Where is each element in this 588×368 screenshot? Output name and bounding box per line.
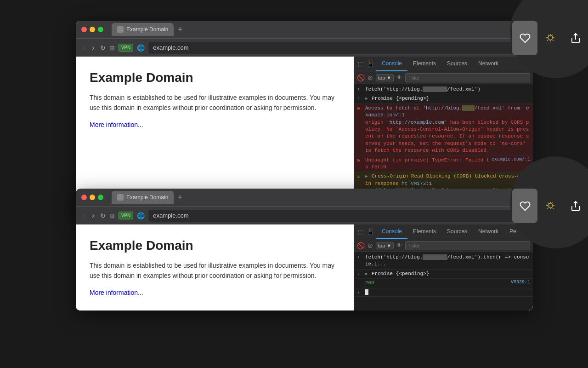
context-select-1[interactable]: top ▼ xyxy=(376,74,394,81)
heart-button-2[interactable] xyxy=(512,189,537,223)
console-line: ‹ ► Promise {<pending>} xyxy=(354,94,533,104)
traffic-lights-2 xyxy=(81,195,103,200)
more-info-link-2[interactable]: More information... xyxy=(90,289,143,296)
bug-icon-1 xyxy=(545,33,556,44)
filter-icon-2[interactable]: ⊘ xyxy=(368,242,373,249)
heart-icon-1 xyxy=(520,33,531,44)
browser-window-2: Example Domain + ‹ › ↻ ⊞ VPN 🌐 example.c… xyxy=(76,189,533,310)
page-content-2: Example Domain This domain is establishe… xyxy=(76,224,354,310)
devtools-icons-2: ⬚ 📱 xyxy=(356,228,376,236)
svg-text:C: C xyxy=(549,204,552,207)
tab-network-2[interactable]: Network xyxy=(473,224,504,239)
console-line-error: ⊗ Access to fetch at 'http://blog.████/f… xyxy=(354,104,533,156)
console-line-200: 200 VM339:1 xyxy=(354,279,533,288)
refresh-button-2[interactable]: ↻ xyxy=(100,212,106,219)
device-icon-1[interactable]: 📱 xyxy=(367,60,374,68)
forward-button-2[interactable]: › xyxy=(90,211,96,221)
bug-button-2[interactable]: C xyxy=(537,189,563,223)
maximize-button-1[interactable] xyxy=(98,27,103,32)
warning-icon: ⚠ xyxy=(357,173,363,179)
grid-button-1[interactable]: ⊞ xyxy=(109,44,115,52)
tab-favicon-1 xyxy=(117,26,124,33)
close-button-1[interactable] xyxy=(81,27,87,32)
console-text: fetch('http://blog.████████/feed.xml').t… xyxy=(365,254,530,268)
tab-network-1[interactable]: Network xyxy=(473,57,504,71)
grid-button-2[interactable]: ⊞ xyxy=(109,212,115,219)
devtools-icons-1: ⬚ 📱 xyxy=(356,60,376,68)
heart-button-1[interactable] xyxy=(512,21,537,55)
tab-2[interactable]: Example Domain xyxy=(112,191,174,204)
maximize-button-2[interactable] xyxy=(98,195,103,200)
page-title-1: Example Domain xyxy=(90,70,340,85)
toolbar-1: ‹ › ↻ ⊞ VPN 🌐 example.com xyxy=(76,38,533,57)
minimize-button-2[interactable] xyxy=(90,195,95,200)
page-body-1: This domain is established to be used fo… xyxy=(90,92,340,113)
console-output-2: › fetch('http://blog.████████/feed.xml')… xyxy=(354,252,533,310)
toolbar-2: ‹ › ↻ ⊞ VPN 🌐 example.com xyxy=(76,206,533,224)
svg-point-0 xyxy=(548,35,553,40)
console-text: ► Promise {<pending>} xyxy=(365,270,530,277)
cursor-2 xyxy=(365,289,368,295)
share-button-2[interactable] xyxy=(563,189,588,223)
filter-input-2[interactable] xyxy=(405,241,530,250)
close-button-2[interactable] xyxy=(81,195,87,200)
filter-input-1[interactable] xyxy=(405,73,530,82)
url-bar-1[interactable]: example.com xyxy=(148,42,528,54)
title-bar-2: Example Domain + xyxy=(76,189,533,206)
url-bar-2[interactable]: example.com xyxy=(148,210,528,222)
tab-sources-1[interactable]: Sources xyxy=(441,57,473,71)
filter-icon-1[interactable]: ⊘ xyxy=(368,74,373,81)
console-text-200: 200 xyxy=(365,280,492,287)
vpn-badge-2: VPN xyxy=(119,212,134,219)
refresh-button-1[interactable]: ↻ xyxy=(100,44,106,52)
browser-content-2: Example Domain This domain is establishe… xyxy=(76,224,533,310)
devtools-2: ⬚ 📱 Console Elements Sources Network Pe … xyxy=(354,224,533,310)
line-source-200[interactable]: VM339:1 xyxy=(493,280,530,285)
bug-button-1[interactable] xyxy=(537,21,563,55)
page-title-2: Example Domain xyxy=(90,238,340,253)
console-text-error: Uncaught (in promise) TypeError: Failed … xyxy=(365,157,490,171)
tab-title-2: Example Domain xyxy=(126,194,168,201)
tab-sources-2[interactable]: Sources xyxy=(441,224,473,239)
inspect-icon-1[interactable]: ⬚ xyxy=(358,60,364,68)
page-body-2: This domain is established to be used fo… xyxy=(90,260,340,281)
info-icon xyxy=(357,280,363,286)
prompt-icon: › xyxy=(357,254,363,260)
new-tab-button-1[interactable]: + xyxy=(175,25,184,34)
tab-console-1[interactable]: Console xyxy=(376,57,407,71)
more-info-link-1[interactable]: More information... xyxy=(90,121,143,128)
prompt-icon: › xyxy=(357,86,363,92)
share-button-1[interactable] xyxy=(563,21,588,55)
context-select-2[interactable]: top ▼ xyxy=(376,242,394,249)
eye-icon-1[interactable]: 👁 xyxy=(396,74,402,81)
new-tab-button-2[interactable]: + xyxy=(175,193,184,202)
error-icon: ⊗ xyxy=(357,105,363,111)
inspect-icon-2[interactable]: ⬚ xyxy=(358,228,364,236)
devtools-tabs-2: ⬚ 📱 Console Elements Sources Network Pe xyxy=(354,224,533,239)
clear-icon-2[interactable]: 🚫 xyxy=(357,242,365,249)
forward-button-1[interactable]: › xyxy=(90,43,96,53)
console-line: › fetch('http://blog.████████/feed.xml') xyxy=(354,85,533,94)
tab-elements-2[interactable]: Elements xyxy=(407,224,441,239)
tab-console-2[interactable]: Console xyxy=(376,224,407,239)
globe-icon-2: 🌐 xyxy=(137,212,145,219)
window2-actions: C xyxy=(512,189,588,223)
tab-elements-1[interactable]: Elements xyxy=(407,57,441,71)
minimize-button-1[interactable] xyxy=(90,27,95,32)
device-icon-2[interactable]: 📱 xyxy=(367,228,374,236)
line-source[interactable]: example.com/:1 xyxy=(492,157,530,162)
tab-area-1: Example Domain + xyxy=(112,23,184,36)
back-button-1[interactable]: ‹ xyxy=(80,43,86,53)
console-line: › fetch('http://blog.████████/feed.xml')… xyxy=(354,253,533,270)
result-icon: ‹ xyxy=(357,96,363,101)
share-icon-2 xyxy=(570,201,581,212)
clear-icon-1[interactable]: 🚫 xyxy=(357,74,365,81)
eye-icon-2[interactable]: 👁 xyxy=(396,242,402,249)
title-bar-1: Example Domain + xyxy=(76,21,533,38)
devtools-tabs-1: ⬚ 📱 Console Elements Sources Network » xyxy=(354,57,533,71)
console-line-cursor-2[interactable]: › xyxy=(354,288,533,297)
tab-1[interactable]: Example Domain xyxy=(112,23,174,36)
back-button-2[interactable]: ‹ xyxy=(80,211,86,221)
devtools-toolbar-2: 🚫 ⊘ top ▼ 👁 xyxy=(354,239,533,252)
tab-favicon-2 xyxy=(117,194,124,201)
